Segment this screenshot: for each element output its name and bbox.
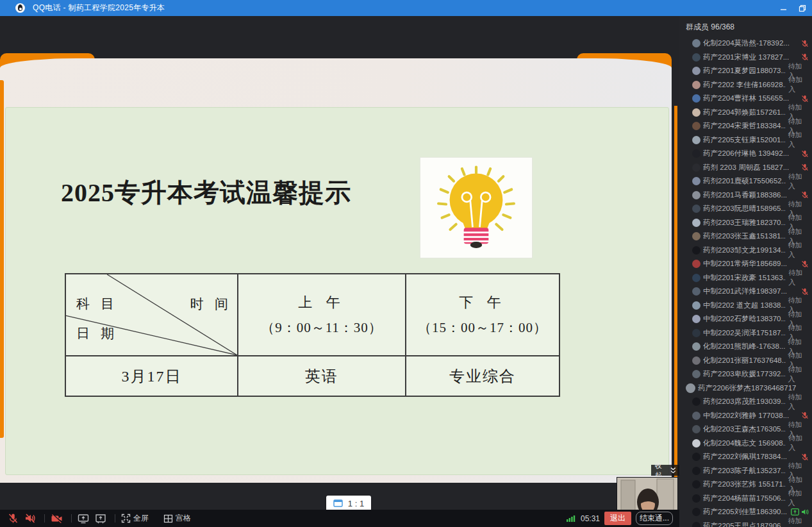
table-cell-am-subject: 英语 <box>238 356 406 396</box>
member-avatar <box>692 508 700 516</box>
member-avatar <box>692 205 700 213</box>
member-avatar <box>692 287 700 296</box>
lightbulb-icon <box>424 161 528 255</box>
member-name: 药产2203卑欣媛177392... <box>703 369 786 379</box>
member-name: 药产2205王思点187906... <box>703 521 786 527</box>
toolbar-divider <box>115 514 115 523</box>
table-header-pm: 下 午 （15：00～17：00） <box>406 274 559 356</box>
self-video-frame <box>617 478 678 510</box>
member-row[interactable]: 化制2204魏志文 156908... 待加入 <box>679 437 812 451</box>
window-ratio-icon <box>333 499 343 507</box>
call-timer: 05:31 <box>581 514 600 523</box>
minimize-icon <box>780 4 787 12</box>
member-name: 药产2201夏梦园188073... <box>703 66 786 76</box>
mic-muted-status <box>799 40 809 47</box>
waiting-label: 待加入 <box>786 433 809 453</box>
member-avatar <box>692 453 700 461</box>
member-row[interactable]: 药产2204杨苗苗175506... 待加入 <box>679 492 812 506</box>
fullscreen-label: 全屏 <box>133 513 149 524</box>
sharing-status <box>788 508 809 515</box>
member-avatar <box>692 480 700 489</box>
mic-muted-status <box>799 150 809 158</box>
member-avatar <box>692 467 700 475</box>
whiteboard-share-button[interactable] <box>95 514 106 524</box>
waiting-label: 待加入 <box>786 489 809 508</box>
member-avatar <box>692 191 700 199</box>
restore-icon <box>799 4 806 12</box>
ratio-button[interactable]: 1 : 1 <box>326 496 371 510</box>
member-row[interactable]: 药剂2203邹文龙199134... 待加入 <box>679 244 812 258</box>
mic-muted-status <box>799 95 809 103</box>
screen-share-icon <box>78 514 89 524</box>
mic-muted-status <box>799 453 809 461</box>
member-name: 药剂2201鹿硕17550652... <box>703 176 786 186</box>
mic-off-button[interactable] <box>8 513 19 524</box>
member-name: 药产2201宋博业 137827... <box>703 53 789 62</box>
mic-muted-icon <box>801 53 809 61</box>
waiting-label: 待加入 <box>786 130 809 149</box>
mic-muted-icon <box>801 40 809 47</box>
camera-off-icon <box>51 514 63 524</box>
mic-muted-status <box>799 191 809 199</box>
corner-subject-label: 科 目 <box>76 295 118 313</box>
member-row[interactable]: 中制2201宋政豪 151363... 待加入 <box>679 271 812 285</box>
member-name: 药剂2203张玉鑫151381... <box>703 231 786 241</box>
waiting-label: 待加入 <box>786 172 809 191</box>
waiting-label: 待加入 <box>786 268 809 287</box>
member-avatar <box>692 39 700 47</box>
table-cell-date: 3月17日 <box>66 356 238 396</box>
speaker-off-button[interactable] <box>24 513 36 524</box>
member-name: 中制2202吴润泽175187... <box>703 328 786 338</box>
member-avatar <box>692 246 700 255</box>
table-header-am: 上 午 （9：00～11：30） <box>238 274 406 356</box>
member-row[interactable]: 药剂2201鹿硕17550652... 待加入 <box>679 174 812 188</box>
fullscreen-button[interactable]: 全屏 <box>121 513 149 524</box>
member-name: 药产2204曹祥林 155655... <box>703 94 789 103</box>
mic-muted-icon <box>801 288 809 296</box>
am-time: （9：00～11：30） <box>261 319 383 337</box>
member-avatar <box>692 53 700 62</box>
member-avatar <box>692 494 700 503</box>
collapse-button[interactable]: 收起 <box>651 465 679 476</box>
titlebar: QQ电话 - 制药工程学院2025年专升本 <box>0 0 812 16</box>
member-name: 化制2204魏志文 156908... <box>703 439 786 448</box>
member-avatar <box>692 315 700 323</box>
member-avatar <box>692 301 700 310</box>
member-avatar <box>692 67 700 75</box>
shared-screen-area: 2025专升本考试温馨提示 <box>0 16 679 510</box>
member-row[interactable]: 药产2205支钰康152001... 待加入 <box>679 133 812 147</box>
self-video-thumbnail[interactable]: 薛静15093632597 <box>617 477 678 510</box>
member-avatar <box>692 397 700 406</box>
screen-share-button[interactable] <box>78 514 89 524</box>
restore-button[interactable] <box>793 0 812 16</box>
member-avatar <box>692 81 700 89</box>
member-name: 药产2203张艺炜 155171... <box>703 480 786 489</box>
member-list: 化制2204莫浩然-178392... 药产2201宋博业 137827... … <box>679 37 812 527</box>
member-name: 药剂2203邹文龙199134... <box>703 246 786 255</box>
member-row[interactable]: 药产2205王思点187906... 待加入 <box>679 519 812 527</box>
member-avatar <box>692 94 700 103</box>
screen-sharing-icon <box>791 508 799 515</box>
whiteboard-icon <box>95 514 106 524</box>
mic-muted-status <box>799 412 809 419</box>
member-row[interactable]: 药产2203卑欣媛177392... 待加入 <box>679 367 812 381</box>
member-name: 药产2205支钰康152001... <box>703 135 786 145</box>
toolbar-divider <box>44 514 45 523</box>
minimize-button[interactable] <box>774 0 793 16</box>
member-avatar <box>692 163 700 172</box>
member-avatar <box>692 274 700 282</box>
mic-muted-icon <box>801 453 809 461</box>
member-avatar <box>692 219 700 227</box>
exit-button[interactable]: 退出 <box>604 512 631 525</box>
speaker-off-icon <box>24 513 36 524</box>
member-row[interactable]: 化制2204莫浩然-178392... <box>679 37 812 51</box>
corner-date-label: 日 期 <box>76 324 118 342</box>
member-row[interactable]: 药产2202 李佳倩166928... 待加入 <box>679 78 812 92</box>
member-row[interactable]: 药剂2203席茂胜193039... 待加入 <box>679 395 812 409</box>
grid-view-button[interactable]: 宫格 <box>163 513 191 524</box>
camera-off-button[interactable] <box>51 514 63 524</box>
pm-time: （15：00～17：00） <box>418 319 547 337</box>
end-call-button[interactable]: 结束通... <box>636 512 673 525</box>
speaker-on-icon <box>801 508 809 515</box>
double-chevron-down-icon <box>670 467 677 474</box>
